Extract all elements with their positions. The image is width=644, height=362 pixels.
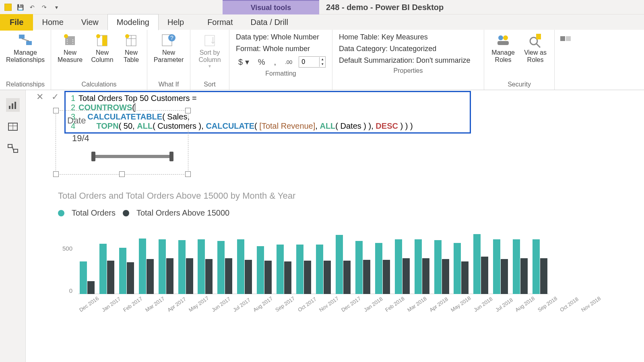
format-dropdown[interactable]: Format: Whole number xyxy=(236,45,326,53)
bar-series-1[interactable] xyxy=(473,234,481,294)
bar-group[interactable] xyxy=(393,239,411,294)
bar-series-1[interactable] xyxy=(80,261,87,294)
bar-series-1[interactable] xyxy=(513,239,520,294)
default-summarization-dropdown[interactable]: Default Summarization: Don't summarize xyxy=(339,56,477,65)
bar-group[interactable] xyxy=(452,243,471,294)
bar-series-2[interactable] xyxy=(461,261,469,294)
bar-series-2[interactable] xyxy=(245,260,252,294)
bar-group[interactable] xyxy=(137,239,155,294)
bar-series-1[interactable] xyxy=(139,239,146,294)
bar-group[interactable] xyxy=(511,239,529,294)
new-measure-button[interactable]: ⋮⋮ New Measure xyxy=(54,31,86,65)
formula-cancel-button[interactable]: ✕ xyxy=(34,91,46,103)
bar-series-2[interactable] xyxy=(363,260,370,294)
bar-group[interactable] xyxy=(216,241,234,294)
new-parameter-button[interactable]: ? New Parameter xyxy=(151,31,187,65)
bar-series-2[interactable] xyxy=(186,258,193,294)
bar-series-1[interactable] xyxy=(415,239,422,294)
bar-series-2[interactable] xyxy=(481,257,488,294)
bar-series-1[interactable] xyxy=(493,239,500,294)
bar-series-1[interactable] xyxy=(99,244,107,294)
date-slicer-visual[interactable]: Date 19/4 xyxy=(56,110,188,175)
tab-view[interactable]: View xyxy=(72,14,107,30)
bar-series-1[interactable] xyxy=(434,240,442,294)
bar-group[interactable] xyxy=(177,240,195,294)
save-button[interactable]: 💾 xyxy=(15,2,25,12)
slider-handle-start[interactable] xyxy=(91,152,95,161)
sort-by-column-button[interactable]: Sort by Column ▼ xyxy=(194,31,226,69)
data-category-dropdown[interactable]: Data Category: Uncategorized xyxy=(339,45,477,53)
qat-dropdown[interactable]: ▾ xyxy=(52,2,61,12)
bar-group[interactable] xyxy=(531,239,549,294)
thousands-button[interactable]: , xyxy=(271,57,279,68)
tab-file[interactable]: File xyxy=(0,14,33,31)
bar-series-2[interactable] xyxy=(87,281,95,294)
bar-group[interactable] xyxy=(118,248,136,294)
report-canvas[interactable]: ✕ ✓ 1Total Orders Top 50 Customers = 2CO… xyxy=(26,90,644,362)
bar-series-1[interactable] xyxy=(159,239,166,294)
model-view-button[interactable] xyxy=(6,142,20,155)
bar-series-1[interactable] xyxy=(119,248,126,294)
tab-format[interactable]: Format xyxy=(198,14,242,30)
bar-series-1[interactable] xyxy=(336,235,343,294)
bar-group[interactable] xyxy=(413,239,431,294)
bar-series-1[interactable] xyxy=(316,245,323,294)
bar-series-1[interactable] xyxy=(257,246,264,294)
decimal-places-input[interactable]: ▲▼ xyxy=(299,56,326,68)
redo-button[interactable]: ↷ xyxy=(39,2,49,12)
bar-series-2[interactable] xyxy=(402,258,410,294)
bar-series-2[interactable] xyxy=(205,259,213,294)
decimal-places-field[interactable] xyxy=(299,57,319,67)
bar-series-1[interactable] xyxy=(277,245,284,294)
view-as-roles-button[interactable]: View as Roles xyxy=(520,31,551,65)
new-group-button[interactable] xyxy=(558,31,574,50)
contextual-tab-visual-tools[interactable]: Visual tools xyxy=(223,0,319,14)
bar-group[interactable] xyxy=(472,234,490,294)
bar-series-2[interactable] xyxy=(520,258,528,294)
data-type-dropdown[interactable]: Data type: Whole Number xyxy=(236,33,326,41)
bar-series-2[interactable] xyxy=(147,259,154,294)
bar-group[interactable] xyxy=(314,245,332,294)
resize-handle[interactable] xyxy=(185,171,191,177)
resize-handle[interactable] xyxy=(53,108,59,113)
resize-handle[interactable] xyxy=(119,171,125,177)
bar-group[interactable] xyxy=(433,240,451,294)
bar-series-1[interactable] xyxy=(533,239,540,294)
bar-series-2[interactable] xyxy=(324,261,331,294)
slicer-slider[interactable] xyxy=(92,155,173,158)
tab-data-drill[interactable]: Data / Drill xyxy=(242,14,297,30)
bar-group[interactable] xyxy=(78,261,96,294)
bar-series-2[interactable] xyxy=(383,260,390,294)
home-table-dropdown[interactable]: Home Table: Key Measures xyxy=(339,33,477,41)
currency-button[interactable]: $ ▾ xyxy=(236,56,252,68)
bar-series-1[interactable] xyxy=(454,243,461,294)
decimals-up[interactable]: ▲ xyxy=(319,57,325,62)
tab-home[interactable]: Home xyxy=(33,14,72,30)
bar-series-2[interactable] xyxy=(304,261,311,294)
bar-group[interactable] xyxy=(275,245,293,294)
bar-series-1[interactable] xyxy=(395,239,402,294)
decimals-down[interactable]: ▼ xyxy=(319,62,325,67)
bar-series-2[interactable] xyxy=(343,261,351,294)
bar-series-2[interactable] xyxy=(501,259,508,294)
bar-series-1[interactable] xyxy=(375,243,382,294)
bar-group[interactable] xyxy=(235,239,254,294)
bar-series-2[interactable] xyxy=(166,258,173,294)
bar-group[interactable] xyxy=(157,239,175,294)
bar-group[interactable] xyxy=(255,246,273,294)
undo-button[interactable]: ↶ xyxy=(27,2,37,12)
data-view-button[interactable] xyxy=(6,120,20,134)
bar-group[interactable] xyxy=(98,244,116,294)
resize-handle[interactable] xyxy=(53,171,59,177)
formula-commit-button[interactable]: ✓ xyxy=(49,91,61,103)
bar-group[interactable] xyxy=(354,241,372,294)
bar-series-1[interactable] xyxy=(296,245,303,294)
tab-modeling[interactable]: Modeling xyxy=(107,14,159,30)
bar-series-2[interactable] xyxy=(284,261,291,294)
manage-relationships-button[interactable]: Manage Relationships xyxy=(3,31,47,65)
bar-series-1[interactable] xyxy=(237,239,244,294)
bar-group[interactable] xyxy=(334,235,352,294)
bar-series-2[interactable] xyxy=(540,258,547,294)
bar-series-2[interactable] xyxy=(107,261,114,294)
bar-series-1[interactable] xyxy=(178,240,186,294)
